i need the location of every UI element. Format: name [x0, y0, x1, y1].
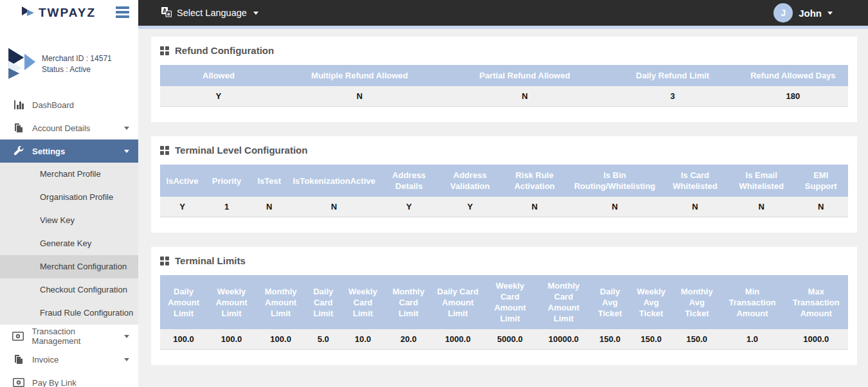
- column-header: Max Transaction Amount: [784, 275, 848, 329]
- money-bill-icon: [12, 378, 24, 387]
- sidebar-item-settings[interactable]: Settings: [0, 140, 138, 163]
- panel-title: Terminal Level Configuration: [160, 145, 848, 156]
- table-cell: N: [729, 197, 794, 217]
- translate-icon: A a: [161, 6, 172, 19]
- chevron-down-icon: [253, 12, 258, 15]
- panel-title-text: Terminal Limits: [175, 255, 246, 266]
- table-cell: 10000.0: [536, 329, 590, 350]
- table-cell: 150.0: [673, 329, 721, 350]
- table-cell: N: [661, 197, 729, 217]
- submenu-item-merchant-configuration[interactable]: Merchant Configuration: [0, 255, 138, 278]
- terminal-level-configuration-table: IsActivePriorityIsTestIsTokenizationActi…: [160, 165, 848, 217]
- panel-title-text: Terminal Level Configuration: [175, 145, 307, 156]
- sidebar-item-label: Account Details: [32, 123, 90, 133]
- brand-logo-icon: [21, 5, 35, 21]
- table-cell: Y: [160, 86, 277, 107]
- brand-logo[interactable]: TWPAYZ: [21, 5, 96, 21]
- chevron-down-icon: [124, 150, 129, 153]
- sidebar-item-label: Transaction Management: [32, 327, 124, 346]
- topbar: A a Select Language J John: [138, 0, 868, 26]
- sidebar-item-label: Pay By Link: [32, 378, 77, 387]
- table-cell: 180: [738, 86, 848, 107]
- panel-terminal-limits: Terminal Limits Daily Amount LimitWeekly…: [151, 247, 857, 365]
- column-header: Address Details: [379, 165, 440, 197]
- avatar: J: [773, 3, 793, 22]
- column-header: Is Email Whitelisted: [729, 165, 794, 197]
- column-header: Daily Amount Limit: [160, 275, 207, 329]
- menu-toggle-icon[interactable]: [116, 6, 130, 20]
- column-header: Daily Avg Ticket: [591, 275, 629, 329]
- sidebar-item-dashboard[interactable]: DashBoard: [0, 93, 138, 116]
- column-header: Weekly Avg Ticket: [629, 275, 673, 329]
- sidebar-nav: DashBoard Account Details Settings: [0, 93, 138, 387]
- merchant-logo-icon: [5, 47, 36, 82]
- column-header: Daily Refund Limit: [607, 65, 737, 86]
- submenu-item-generate-key[interactable]: Generate Key: [0, 232, 138, 255]
- submenu-item-view-key[interactable]: View Key: [0, 209, 138, 232]
- chevron-down-icon: [827, 12, 833, 15]
- sidebar-item-pay-by-link[interactable]: Pay By Link: [0, 371, 138, 387]
- panel-refund-configuration: Refund Configuration AllowedMultiple Ref…: [151, 37, 857, 122]
- column-header: Risk Rule Activation: [501, 165, 568, 197]
- table-cell: N: [442, 86, 608, 107]
- grid-icon: [160, 256, 169, 266]
- submenu-item-merchant-profile[interactable]: Merchant Profile: [0, 163, 138, 186]
- submenu-item-organisation-profile[interactable]: Organisation Profile: [0, 186, 138, 209]
- table-cell: 1: [204, 197, 249, 217]
- panel-title-text: Refund Configuration: [175, 45, 274, 56]
- column-header: Weekly Card Limit: [341, 275, 384, 329]
- sidebar-item-label: DashBoard: [32, 100, 74, 110]
- merchant-info: Merchant ID : 14571 Status : Active: [0, 26, 138, 93]
- table-row: Y1NNYYNNNNN: [160, 197, 848, 217]
- sidebar-header: TWPAYZ: [0, 0, 138, 26]
- table-cell: 100.0: [207, 329, 256, 350]
- sidebar-item-account-details[interactable]: Account Details: [0, 116, 138, 140]
- user-menu[interactable]: J John: [773, 3, 833, 22]
- svg-text:a: a: [167, 12, 170, 17]
- column-header: Monthly Card Limit: [385, 275, 433, 329]
- table-cell: N: [289, 197, 378, 217]
- sidebar-item-transaction-management[interactable]: Transaction Management: [0, 325, 138, 348]
- sidebar-item-invoice[interactable]: Invoice: [0, 348, 138, 371]
- table-cell: N: [277, 86, 442, 107]
- column-header: Is Bin Routing/Whitelisting: [568, 165, 661, 197]
- column-header: Daily Card Amount Limit: [432, 275, 484, 329]
- main-content: Refund Configuration AllowedMultiple Ref…: [138, 29, 868, 387]
- table-cell: 20.0: [385, 329, 433, 350]
- chevron-down-icon: [124, 335, 129, 338]
- terminal-limits-table: Daily Amount LimitWeekly Amount LimitMon…: [160, 275, 848, 350]
- column-header: Min Transaction Amount: [721, 275, 784, 329]
- table-cell: Y: [379, 197, 440, 217]
- column-header: Is Card Whitelisted: [661, 165, 729, 197]
- language-selector[interactable]: A a Select Language: [161, 6, 258, 19]
- submenu-item-checkout-configuration[interactable]: Checkout Configuration: [0, 278, 138, 302]
- submenu-item-fraud-rule-configuration[interactable]: Fraud Rule Configuration: [0, 302, 138, 325]
- merchant-status: Status : Active: [42, 64, 112, 75]
- table-cell: 150.0: [629, 329, 673, 350]
- column-header: Monthly Amount Limit: [256, 275, 305, 329]
- sidebar: TWPAYZ Merchant ID : 14571 Status : Acti…: [0, 0, 138, 387]
- chevron-down-icon: [124, 127, 129, 130]
- settings-submenu: Merchant Profile Organisation Profile Vi…: [0, 163, 138, 325]
- table-cell: 150.0: [591, 329, 629, 350]
- table-cell: 100.0: [256, 329, 305, 350]
- table-cell: 5000.0: [484, 329, 537, 350]
- chevron-down-icon: [124, 358, 129, 361]
- table-cell: 1000.0: [432, 329, 484, 350]
- table-cell: 100.0: [160, 329, 207, 350]
- panel-terminal-level-configuration: Terminal Level Configuration IsActivePri…: [151, 136, 857, 233]
- column-header: Priority: [204, 165, 249, 197]
- wrench-icon: [12, 146, 24, 156]
- column-header: Partial Refund Allowed: [442, 65, 608, 86]
- table-row: 100.0100.0100.05.010.020.01000.05000.010…: [160, 329, 848, 350]
- table-cell: N: [794, 197, 849, 217]
- table-cell: N: [249, 197, 289, 217]
- table-cell: Y: [439, 197, 500, 217]
- refund-configuration-table: AllowedMultiple Refund AllowedPartial Re…: [160, 65, 848, 107]
- column-header: Address Validation: [439, 165, 500, 197]
- grid-icon: [160, 46, 169, 55]
- table-cell: 10.0: [341, 329, 384, 350]
- language-selector-label: Select Language: [177, 8, 247, 18]
- column-header: Weekly Card Amount Limit: [484, 275, 537, 329]
- column-header: Daily Card Limit: [305, 275, 341, 329]
